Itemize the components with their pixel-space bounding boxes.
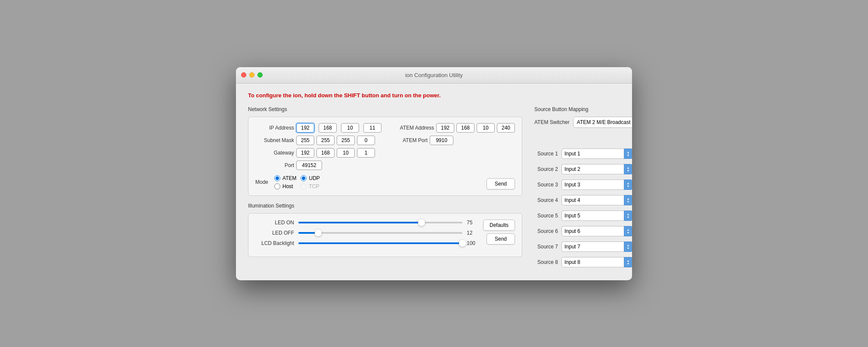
source-3-select[interactable]: Input 3 (561, 180, 624, 190)
led-on-fill (298, 222, 422, 223)
source-4-select-wrap: Input 4 ▲ ▼ (561, 195, 632, 205)
source-6-select[interactable]: Input 6 (561, 226, 624, 236)
mode-radio-group: ATEM UDP Host (274, 175, 320, 189)
led-on-value: 75 (467, 220, 479, 226)
ip-octet-3[interactable] (341, 123, 359, 133)
warning-message: To configure the ion, hold down the SHIF… (248, 92, 620, 99)
source-1-stepper[interactable]: ▲ ▼ (624, 149, 632, 159)
source-4-stepper[interactable]: ▲ ▼ (624, 195, 632, 205)
lcd-backlight-label: LCD Backlight (255, 240, 294, 246)
source-4-row: Source 4 Input 4 ▲ ▼ (534, 194, 632, 206)
left-panel: Network Settings IP Address ATEM Address (248, 106, 522, 268)
mode-udp-label: UDP (309, 175, 319, 181)
minimize-button[interactable] (249, 72, 254, 77)
ip-address-label: IP Address (255, 125, 294, 131)
atem-octet-3[interactable] (477, 123, 495, 133)
port-label: Port (255, 162, 294, 168)
atem-octet-2[interactable] (456, 123, 474, 133)
source-2-stepper[interactable]: ▲ ▼ (624, 164, 632, 174)
source-3-row: Source 3 Input 3 ▲ ▼ (534, 179, 632, 191)
subnet-octet-2[interactable] (316, 136, 335, 145)
mode-udp-radio[interactable] (301, 175, 307, 181)
illumination-defaults-button[interactable]: Defaults (483, 220, 515, 231)
gateway-label: Gateway (255, 150, 294, 156)
gateway-octet-3[interactable] (337, 148, 355, 158)
source-1-select[interactable]: Input 1Input 2Input 3 (561, 149, 624, 159)
mode-tcp-label: TCP (309, 183, 319, 189)
ip-octet-4[interactable] (363, 123, 381, 133)
source-1-select-wrap: Input 1Input 2Input 3 ▲ ▼ (561, 149, 632, 159)
source-5-select[interactable]: Input 5 (561, 211, 624, 221)
subnet-octet-4[interactable] (357, 136, 375, 145)
source-mapping-title: Source Button Mapping (534, 106, 632, 112)
maximize-button[interactable] (257, 72, 263, 77)
mode-host-radio[interactable] (274, 183, 280, 189)
source-7-select-wrap: Input 7 ▲ ▼ (561, 242, 632, 252)
gateway-octet-2[interactable] (316, 148, 335, 158)
subnet-octet-1[interactable] (296, 136, 314, 145)
source-5-label: Source 5 (534, 213, 558, 219)
led-on-row: LED ON 75 (255, 220, 479, 226)
mode-send-row: Mode ATEM UDP (255, 175, 515, 189)
source-6-stepper[interactable]: ▲ ▼ (624, 226, 632, 236)
atem-switcher-select[interactable]: ATEM 2 M/E Broadcast Studio 4K (573, 117, 632, 128)
ip-address-row: IP Address ATEM Address (255, 123, 515, 133)
led-on-track (298, 222, 462, 223)
ip-octet-1[interactable] (296, 123, 314, 133)
atem-octet-1[interactable] (436, 123, 454, 133)
mode-tcp-option[interactable]: TCP (301, 183, 319, 189)
titlebar: ion Configuration Utility (236, 67, 632, 84)
lcd-backlight-row: LCD Backlight 100 (255, 240, 479, 246)
gateway-row: Gateway (255, 148, 515, 158)
illumination-send-button[interactable]: Send (487, 233, 515, 245)
source-3-select-wrap: Input 3 ▲ ▼ (561, 180, 632, 190)
source-1-row: Source 1 Input 1Input 2Input 3 ▲ ▼ (534, 148, 632, 160)
source-8-stepper[interactable]: ▲ ▼ (624, 257, 632, 267)
source-2-select[interactable]: Input 2 (561, 164, 624, 174)
source-8-select-wrap: Input 8 ▲ ▼ (561, 257, 632, 267)
content-area: To configure the ion, hold down the SHIF… (236, 84, 632, 280)
network-send-button[interactable]: Send (487, 178, 515, 189)
source-4-select[interactable]: Input 4 (561, 195, 624, 205)
traffic-lights (241, 72, 263, 77)
mode-tcp-radio[interactable] (301, 183, 307, 189)
source-2-label: Source 2 (534, 166, 558, 172)
source-5-stepper[interactable]: ▲ ▼ (624, 211, 632, 221)
port-input[interactable] (296, 161, 322, 170)
led-off-thumb[interactable] (315, 229, 322, 236)
led-off-label: LED OFF (255, 230, 294, 236)
mode-label: Mode (255, 179, 268, 185)
source-7-row: Source 7 Input 7 ▲ ▼ (534, 241, 632, 253)
source-6-label: Source 6 (534, 228, 558, 234)
mode-atem-option[interactable]: ATEM (274, 175, 296, 181)
gateway-octet-1[interactable] (296, 148, 314, 158)
led-off-value: 12 (467, 230, 479, 236)
lcd-backlight-value: 100 (467, 240, 479, 246)
network-section-title: Network Settings (248, 106, 522, 112)
close-button[interactable] (241, 72, 246, 77)
window-title: ion Configuration Utility (405, 72, 463, 78)
led-on-thumb[interactable] (418, 219, 425, 226)
atem-port-input[interactable] (430, 136, 453, 145)
atem-port-label: ATEM Port (389, 137, 428, 143)
lcd-backlight-thumb[interactable] (459, 240, 466, 247)
gateway-octet-4[interactable] (357, 148, 375, 158)
mode-host-option[interactable]: Host (274, 183, 296, 189)
atem-switcher-label: ATEM Switcher (534, 119, 570, 125)
source-3-stepper[interactable]: ▲ ▼ (624, 180, 632, 190)
main-window: ion Configuration Utility To configure t… (236, 67, 632, 280)
atem-address-label: ATEM Address (395, 125, 434, 131)
illumination-settings-box: LED ON 75 LED OFF (248, 213, 522, 257)
subnet-octet-3[interactable] (337, 136, 355, 145)
source-8-label: Source 8 (534, 259, 558, 265)
illumination-buttons: Defaults Send (483, 220, 515, 245)
ip-octet-2[interactable] (319, 123, 337, 133)
sources-grid: Source 1 Input 1Input 2Input 3 ▲ ▼ (534, 148, 632, 268)
source-7-select[interactable]: Input 7 (561, 242, 624, 252)
mode-atem-radio[interactable] (274, 175, 280, 181)
atem-octet-4[interactable] (497, 123, 515, 133)
lcd-backlight-track (298, 242, 462, 244)
mode-udp-option[interactable]: UDP (301, 175, 319, 181)
source-7-stepper[interactable]: ▲ ▼ (624, 242, 632, 252)
source-8-select[interactable]: Input 8 (561, 257, 624, 267)
